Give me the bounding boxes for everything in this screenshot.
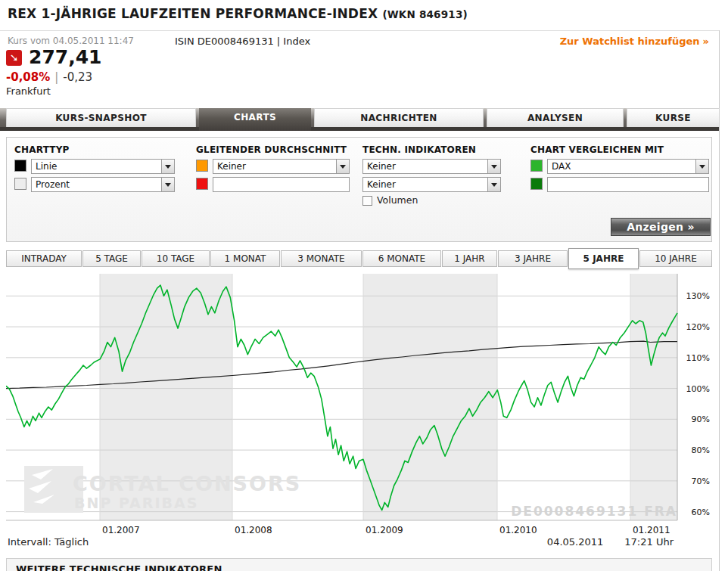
indikatoren-label: TECHN. INDIKATOREN — [362, 144, 476, 155]
y-axis-label: 80% — [692, 445, 710, 455]
tab-3-jahre[interactable]: 3 JAHRE — [498, 250, 568, 267]
dropdown-arrow-icon[interactable] — [487, 160, 500, 173]
quote-timestamp: Kurs vom 04.05.2011 11:47 — [8, 36, 134, 46]
change-percent: -0,08% — [6, 70, 50, 84]
year-shading-band — [630, 274, 677, 520]
tab-10-jahre[interactable]: 10 JAHRE — [639, 250, 712, 267]
further-indicators-heading: WEITERE TECHNISCHE INDIKATOREN — [16, 563, 711, 571]
volumen-checkbox-label: Volumen — [377, 194, 418, 206]
gleitender-color1-swatch — [196, 160, 208, 172]
exchange-name: Frankfurt — [6, 85, 51, 97]
vergleich-select-1[interactable]: DAX — [547, 159, 709, 174]
tab-nachrichten[interactable]: NACHRICHTEN — [314, 108, 484, 127]
chart-date: 04.05.2011 — [547, 536, 603, 548]
last-price: 277,41 — [29, 46, 101, 68]
charttyp-select-1-value: Linie — [32, 160, 161, 173]
add-to-watchlist-link[interactable]: Zur Watchlist hinzufügen» — [560, 36, 709, 47]
y-axis-label: 60% — [692, 507, 710, 517]
dropdown-arrow-icon[interactable] — [161, 178, 174, 191]
tab-10-tage[interactable]: 10 TAGE — [142, 250, 210, 267]
charttyp-select-2-value: Prozent — [32, 178, 161, 191]
change-absolute: -0,23 — [63, 70, 92, 84]
dropdown-arrow-icon[interactable] — [336, 160, 349, 173]
indikatoren-select-2[interactable]: Keiner — [362, 177, 501, 192]
tab-analysen[interactable]: ANALYSEN — [487, 108, 624, 127]
main-tab-bar: KURS-SNAPSHOTCHARTSNACHRICHTENANALYSENKU… — [0, 108, 719, 131]
interval-label: Intervall: Täglich — [8, 536, 89, 548]
page-title: REX 1-JÄHRIGE LAUFZEITEN PERFORMANCE-IND… — [8, 6, 468, 21]
x-axis-label: 01.2008 — [235, 525, 272, 535]
volumen-checkbox[interactable] — [362, 196, 372, 206]
tab-1-monat[interactable]: 1 MONAT — [210, 250, 280, 267]
gleitender-select-1[interactable]: Keiner — [213, 159, 350, 174]
y-axis-label: 110% — [686, 353, 710, 363]
period-tabs: INTRADAY5 TAGE10 TAGE1 MONAT3 MONATE6 MO… — [6, 250, 712, 267]
charttyp-color1-swatch — [14, 160, 26, 172]
isin-line: ISIN DE0008469131 | Index — [175, 36, 310, 47]
tab-intraday[interactable]: INTRADAY — [6, 250, 82, 267]
chart-controls-panel: CHARTTYP GLEITENDER DURCHSCHNITT TECHN. … — [6, 137, 712, 242]
y-axis-label: 120% — [686, 322, 710, 332]
indikatoren-select-1-value: Keiner — [363, 160, 487, 173]
indikatoren-select-2-value: Keiner — [363, 178, 487, 191]
price-change-row: -0,08%|-0,23 — [6, 70, 92, 84]
chart-time: 17:21 Uhr — [624, 536, 674, 548]
vergleich-label: CHART VERGLEICHEN MIT — [530, 144, 664, 155]
tab-charts[interactable]: CHARTS — [199, 108, 311, 131]
watermark-brand-line2: BNP PARIBAS — [74, 495, 198, 511]
dropdown-arrow-icon[interactable] — [161, 160, 174, 173]
dropdown-arrow-icon[interactable] — [487, 178, 500, 191]
title-divider — [0, 30, 719, 31]
vergleich-input-2[interactable] — [547, 177, 709, 192]
vergleich-select-1-value: DAX — [548, 160, 695, 173]
gleitender-input-2[interactable] — [213, 177, 350, 192]
instrument-wkn: (WKN 846913) — [382, 8, 467, 20]
watermark-brand-line1: CORTAL CONSORS — [73, 472, 301, 495]
price-chart[interactable]: 130%120%110%100%90%80%70%60%01.200701.20… — [6, 274, 719, 540]
vergleich-color1-swatch — [530, 160, 543, 172]
vergleich-color2-swatch — [530, 178, 543, 190]
charttyp-select-2[interactable]: Prozent — [31, 177, 175, 192]
trend-down-arrow-icon: ➘ — [6, 50, 22, 66]
chart-footer-datetime: 04.05.201117:21 Uhr — [526, 536, 674, 548]
tab-1-jahr[interactable]: 1 JAHR — [442, 250, 497, 267]
indikatoren-select-1[interactable]: Keiner — [362, 159, 501, 174]
dropdown-arrow-icon[interactable] — [695, 160, 708, 173]
tab-6-monate[interactable]: 6 MONATE — [362, 250, 441, 267]
anzeigen-button[interactable]: Anzeigen » — [611, 218, 711, 236]
x-axis-label: 01.2011 — [633, 525, 670, 535]
y-axis-label: 130% — [686, 291, 710, 301]
charttyp-select-1[interactable]: Linie — [31, 159, 175, 174]
change-separator: | — [54, 70, 58, 84]
y-axis-label: 100% — [686, 384, 710, 394]
tab-3-monate[interactable]: 3 MONATE — [281, 250, 362, 267]
add-to-watchlist-label: Zur Watchlist hinzufügen — [560, 36, 700, 47]
tab-kurse[interactable]: KURSE — [627, 108, 720, 127]
charttyp-label: CHARTTYP — [14, 144, 70, 155]
tab-5-jahre[interactable]: 5 JAHRE — [568, 248, 639, 269]
x-axis-label: 01.2010 — [499, 525, 537, 535]
gleitender-label: GLEITENDER DURCHSCHNITT — [196, 144, 347, 155]
watermark-instrument-id: DE0008469131 FRA — [511, 504, 677, 519]
charttyp-color2-swatch — [14, 178, 26, 190]
tab-5-tage[interactable]: 5 TAGE — [82, 250, 141, 267]
y-axis-label: 70% — [692, 476, 710, 486]
instrument-name: REX 1-JÄHRIGE LAUFZEITEN PERFORMANCE-IND… — [8, 6, 378, 21]
tab-kurs-snapshot[interactable]: KURS-SNAPSHOT — [6, 108, 196, 127]
gleitender-select-1-value: Keiner — [213, 160, 336, 173]
chevron-right-icon: » — [703, 36, 709, 47]
x-axis-label: 01.2009 — [366, 525, 403, 535]
gleitender-color2-swatch — [196, 178, 208, 190]
y-axis-label: 90% — [692, 414, 710, 424]
year-shading-band — [363, 274, 497, 520]
further-indicators-panel: WEITERE TECHNISCHE INDIKATOREN — [6, 558, 712, 571]
x-axis-label: 01.2007 — [102, 525, 140, 535]
